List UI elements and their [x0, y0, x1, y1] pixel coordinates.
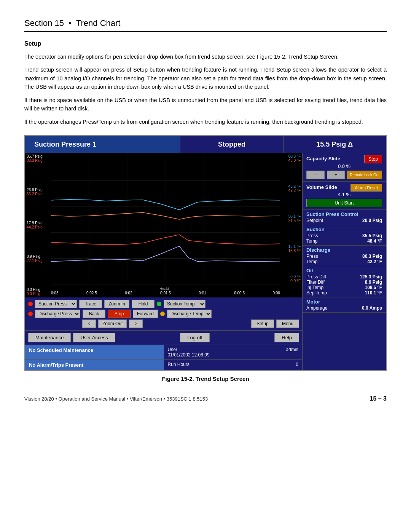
log-off-button[interactable]: Log off	[180, 333, 210, 342]
x-axis: 0:03 0:02.5 0:02 0:01.5 0:01 0:00.5 0:00	[51, 291, 280, 295]
section-title: Trend Chart	[76, 18, 121, 28]
status-rows-2: No Alarm/Trips Present Run Hours 0	[25, 359, 302, 370]
discharge-section: Discharge Press 80.3 Psig Temp 42.2 °F	[303, 246, 386, 266]
capacity-slide-title: Capacity Slide	[306, 156, 340, 161]
setpoint-label: Setpoint	[306, 218, 323, 223]
footer-left-text: Vission 20/20 • Operation and Service Ma…	[24, 396, 208, 402]
discharge-temp-select[interactable]: Discharge Temp	[167, 310, 212, 318]
suction-temp-value: 48.4 °F	[367, 238, 382, 244]
run-hours: Run Hours 0	[164, 359, 303, 370]
oil-title: Oil	[306, 268, 382, 273]
oil-filter-diff-value: 8.6 Psig	[365, 280, 382, 285]
oil-filter-diff-label: Filter Diff	[306, 280, 325, 285]
oil-sep-temp-value: 110.1 °F	[365, 290, 382, 296]
no-sched-maint: No Scheduled Maintenance	[25, 345, 164, 359]
chart-plot	[51, 154, 280, 284]
footer-right-text: 15 – 3	[370, 395, 387, 402]
oil-inj-temp-value: 108.5 °F	[365, 285, 382, 290]
y-label-2: 17.9 Psig 44.2 Psig	[25, 221, 51, 229]
right-panel: Capacity Slide Stop 0.0 % − + Remote Loc…	[302, 153, 386, 370]
gt-button[interactable]: >	[129, 320, 143, 328]
screen-delta: 15.5 Psig Δ	[284, 136, 386, 153]
xaxis-hrsmin: Hrs:Min	[51, 287, 280, 291]
ctrl-row-3: < Zoom Out > Setup Menu	[28, 320, 299, 328]
setup-heading: Setup	[24, 40, 387, 47]
suction-press-value: 35.5 Psig	[362, 233, 382, 238]
hold-button[interactable]: Hold	[132, 300, 155, 308]
discharge-press-label: Press	[306, 254, 318, 259]
y-label-4: 0.0 Psig 0.0 Psig	[25, 288, 51, 296]
dot-suction-temp	[157, 302, 161, 306]
motor-title: Motor	[306, 299, 382, 305]
volume-value: 4.1 %	[306, 192, 382, 197]
oil-section: Oil Press Diff 125.3 Psig Filter Diff 8.…	[303, 266, 386, 297]
user-access-button[interactable]: User Access	[73, 333, 115, 342]
zoom-out-button[interactable]: Zoom Out	[98, 320, 127, 328]
y-label-right-1: 45.2 °F 47.2 °F	[280, 184, 302, 193]
suction-temp-label: Temp	[306, 238, 317, 244]
chart-canvas: 35.7 Psig 88.3 Psig 26.8 Psig 66.2 Psig …	[25, 153, 302, 297]
help-button[interactable]: Help	[274, 333, 299, 342]
remote-lockout-button[interactable]: Remote Lock Out	[347, 171, 382, 179]
alarm-reset-button[interactable]: Alarm Reset	[350, 184, 382, 192]
trace-button[interactable]: Trace	[79, 300, 102, 308]
discharge-press-select[interactable]: Discharge Press	[35, 310, 80, 318]
suction-section: Suction Press 35.5 Psig Temp 48.4 °F	[303, 225, 386, 246]
zoom-in-button[interactable]: Zoom In	[104, 300, 129, 308]
screen-ui: Suction Pressure 1 Stopped 15.5 Psig Δ 3…	[24, 135, 387, 371]
motor-amperage-label: Amperage	[306, 305, 327, 311]
y-label-right-2: 30.1 °F 21.5 °F	[280, 214, 302, 223]
ctrl-row-2: Discharge Press Back Stop Forward Discha…	[28, 310, 299, 318]
suction-press-select[interactable]: Suction Press	[35, 300, 77, 308]
discharge-title: Discharge	[306, 247, 382, 253]
capacity-minus-button[interactable]: −	[306, 171, 325, 179]
y-label-1: 26.8 Psig 66.2 Psig	[25, 188, 51, 196]
y-axis-left: 35.7 Psig 88.3 Psig 26.8 Psig 66.2 Psig …	[25, 153, 51, 297]
capacity-plus-button[interactable]: +	[327, 171, 345, 179]
discharge-temp-value: 42.2 °F	[367, 259, 382, 264]
maintenance-button[interactable]: Maintenance	[28, 333, 71, 342]
dot-discharge-press	[28, 312, 33, 316]
y-label-0: 35.7 Psig 88.3 Psig	[25, 154, 51, 163]
y-axis-right: 60.3 °F 43.0 °F 45.2 °F 47.2 °F 30.1 °F …	[280, 153, 302, 284]
lt-button[interactable]: <	[82, 320, 96, 328]
y-label-right-0: 60.3 °F 43.0 °F	[280, 154, 302, 163]
forward-button[interactable]: Forward	[133, 310, 158, 318]
suction-title: Suction	[306, 227, 382, 232]
volume-slide-section: Volume Slide Alarm Reset 4.1 % Unit Star…	[303, 182, 386, 210]
discharge-press-value: 80.3 Psig	[362, 254, 382, 259]
ctrl-row-1: Suction Press Trace Zoom In Hold Suction…	[28, 300, 299, 308]
oil-inj-temp-label: Inj Temp	[306, 285, 323, 290]
screen-title: Suction Pressure 1	[25, 136, 180, 153]
capacity-value: 0.0 %	[306, 163, 382, 169]
discharge-temp-label: Temp	[306, 259, 317, 264]
stop-button[interactable]: Stop	[108, 310, 131, 318]
oil-press-diff-value: 125.3 Psig	[360, 274, 382, 280]
section-bullet: •	[68, 18, 72, 28]
figure-wrap: Suction Pressure 1 Stopped 15.5 Psig Δ 3…	[24, 135, 387, 382]
motor-section: Motor Amperage 0.0 Amps	[303, 297, 386, 313]
chart-area: 35.7 Psig 88.3 Psig 26.8 Psig 66.2 Psig …	[25, 153, 302, 370]
suction-press-control-section: Suction Press Control Setpoint 20.0 Psig	[303, 210, 386, 225]
oil-press-diff-label: Press Diff	[306, 274, 326, 280]
y-label-right-3: 15.1 °F 15.8 °F	[280, 244, 302, 253]
controls-area: Suction Press Trace Zoom In Hold Suction…	[25, 297, 302, 330]
setup-button[interactable]: Setup	[251, 320, 274, 328]
no-alarm: No Alarm/Trips Present	[25, 359, 164, 370]
body-paragraph-1: The operator can modify options for pen …	[24, 53, 387, 61]
dot-discharge-temp	[160, 312, 165, 316]
unit-start-button[interactable]: Unit Start	[306, 199, 382, 207]
y-label-right-4: 0.0 °F 0.0 °F	[280, 275, 302, 283]
section-number: Section 15	[24, 18, 64, 28]
section-header: Section 15 • Trend Chart	[24, 18, 387, 32]
suction-press-control-title: Suction Press Control	[306, 211, 382, 217]
motor-amperage-value: 0.0 Amps	[362, 305, 382, 311]
stop-rp-button[interactable]: Stop	[364, 155, 382, 163]
suction-temp-select[interactable]: Suction Temp	[164, 300, 206, 308]
menu-button[interactable]: Menu	[276, 320, 299, 328]
back-button[interactable]: Back	[83, 310, 105, 318]
main-row: 35.7 Psig 88.3 Psig 26.8 Psig 66.2 Psig …	[25, 153, 386, 370]
bottom-buttons: Maintenance User Access Log off Help	[25, 330, 302, 345]
status-bar: Suction Pressure 1 Stopped 15.5 Psig Δ	[25, 136, 386, 153]
figure-caption: Figure 15-2. Trend Setup Screen	[24, 375, 387, 382]
